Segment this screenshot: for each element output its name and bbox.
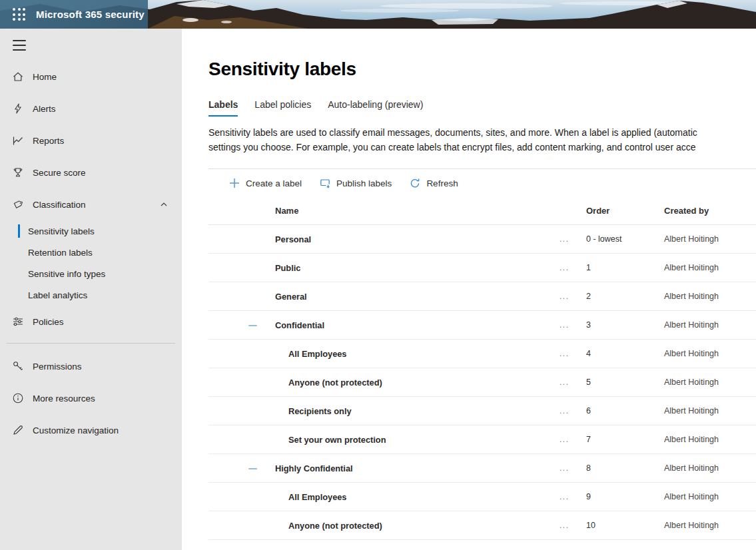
column-header-created-by[interactable]: Created by (664, 206, 709, 216)
order-cell: 0 - lowest (586, 234, 622, 244)
column-header-name[interactable]: Name (275, 206, 298, 216)
sidebar-item-label: Classification (33, 200, 86, 210)
label-name-cell: Public (275, 263, 300, 273)
created-by-cell: Albert Hoitingh (664, 435, 719, 444)
label-name-cell: Personal (275, 234, 311, 244)
table-row[interactable]: Set your own protection ... 7 Albert Hoi… (208, 425, 756, 454)
policies-icon (12, 316, 24, 328)
order-cell: 5 (586, 378, 591, 387)
tab-strip: Labels Label policies Auto-labeling (pre… (208, 99, 756, 117)
created-by-cell: Albert Hoitingh (664, 292, 719, 301)
more-options-icon[interactable]: ... (560, 292, 569, 301)
sidebar-item-alerts[interactable]: Alerts (0, 93, 182, 125)
sidebar-item-label: Sensitivity labels (28, 226, 95, 236)
created-by-cell: Albert Hoitingh (664, 463, 719, 473)
sidebar-item-policies[interactable]: Policies (0, 306, 182, 338)
secure-score-icon (12, 166, 24, 178)
label-name-cell: Set your own protection (288, 435, 386, 445)
order-cell: 6 (586, 406, 591, 415)
labels-table: Name Order Created by Personal ... 0 - l… (208, 197, 756, 540)
label-name-cell: General (275, 292, 307, 302)
more-options-icon[interactable]: ... (560, 406, 569, 415)
table-row[interactable]: Anyone (not protected) ... 10 Albert Hoi… (208, 511, 756, 540)
table-body: Personal ... 0 - lowest Albert Hoitingh … (208, 225, 756, 540)
reports-icon (12, 135, 24, 146)
plus-icon (229, 178, 240, 188)
label-name-cell: Anyone (not protected) (288, 378, 382, 388)
pencil-icon (12, 424, 24, 436)
sidebar-item-label: Home (33, 72, 57, 82)
sidebar-item-label: Policies (33, 317, 64, 327)
sidebar-item-label: Customize navigation (33, 425, 119, 435)
more-options-icon[interactable]: ... (560, 320, 569, 330)
create-a-label-button[interactable]: Create a label (229, 178, 302, 188)
alerts-icon (12, 103, 24, 115)
command-label: Create a label (246, 178, 302, 188)
sidebar-item-more-resources[interactable]: More resources (0, 382, 182, 414)
table-row[interactable]: All Employees ... 4 Albert Hoitingh (208, 340, 756, 368)
sidebar-item-secure-score[interactable]: Secure score (0, 156, 182, 188)
more-options-icon[interactable]: ... (560, 263, 569, 272)
label-name-cell: Highly Confidential (275, 463, 353, 473)
sidebar-item-sensitivity-labels[interactable]: Sensitivity labels (0, 220, 182, 242)
tab-auto-labeling[interactable]: Auto-labeling (preview) (328, 99, 423, 117)
table-row[interactable]: All Employees ... 9 Albert Hoitingh (208, 483, 756, 511)
table-row[interactable]: Highly Confidential ... 8 Albert Hoiting… (208, 454, 756, 483)
label-name-cell: Recipients only (288, 406, 352, 416)
table-row[interactable]: General ... 2 Albert Hoitingh (208, 282, 756, 311)
page-description: Sensitivity labels are used to classify … (208, 126, 756, 154)
sidebar-item-retention-labels[interactable]: Retention labels (0, 242, 182, 263)
collapse-toggle-icon[interactable] (248, 468, 257, 469)
more-options-icon[interactable]: ... (560, 521, 569, 530)
sidebar-item-home[interactable]: Home (0, 61, 182, 93)
sidebar-item-label: Permissions (33, 362, 82, 372)
order-cell: 4 (586, 349, 591, 358)
tab-label-policies[interactable]: Label policies (254, 99, 311, 117)
publish-labels-button[interactable]: Publish labels (320, 178, 392, 188)
more-options-icon[interactable]: ... (560, 435, 569, 444)
sidebar-item-customize-navigation[interactable]: Customize navigation (0, 414, 182, 446)
more-options-icon[interactable]: ... (560, 492, 569, 501)
command-label: Publish labels (336, 178, 392, 188)
label-name-cell: Anyone (not protected) (288, 521, 382, 531)
chevron-up-icon[interactable] (159, 200, 169, 209)
created-by-cell: Albert Hoitingh (664, 406, 719, 415)
sidebar-item-classification[interactable]: Classification (0, 188, 182, 220)
created-by-cell: Albert Hoitingh (664, 320, 719, 330)
sidebar-divider (7, 343, 175, 344)
order-cell: 8 (586, 463, 591, 473)
tab-labels[interactable]: Labels (208, 99, 238, 117)
app-launcher-icon[interactable] (13, 8, 25, 21)
more-options-icon[interactable]: ... (560, 234, 569, 244)
sidebar-item-label: Reports (33, 136, 64, 146)
table-row[interactable]: Confidential ... 3 Albert Hoitingh (208, 311, 756, 340)
sidebar-item-sensitive-info-types[interactable]: Sensitive info types (0, 263, 182, 284)
more-options-icon[interactable]: ... (560, 349, 569, 358)
more-options-icon[interactable]: ... (560, 463, 569, 473)
sidebar-item-permissions[interactable]: Permissions (0, 350, 182, 382)
table-row[interactable]: Personal ... 0 - lowest Albert Hoitingh (208, 225, 756, 254)
brand-bar: Microsoft 365 security (0, 0, 148, 29)
sidebar-item-label: Sensitive info types (28, 269, 105, 279)
refresh-icon (410, 178, 420, 188)
order-cell: 10 (586, 521, 595, 530)
collapse-toggle-icon[interactable] (248, 325, 257, 326)
description-line-1: Sensitivity labels are used to classify … (208, 126, 756, 140)
table-row[interactable]: Public ... 1 Albert Hoitingh (208, 254, 756, 282)
table-row[interactable]: Anyone (not protected) ... 5 Albert Hoit… (208, 368, 756, 397)
hamburger-menu-icon[interactable] (0, 30, 182, 61)
created-by-cell: Albert Hoitingh (664, 263, 719, 272)
sidebar-item-label: Label analytics (28, 290, 87, 300)
table-row[interactable]: Recipients only ... 6 Albert Hoitingh (208, 397, 756, 425)
main-content: Sensitivity labels Labels Label policies… (182, 29, 756, 550)
sidebar-item-reports[interactable]: Reports (0, 125, 182, 156)
label-name-cell: All Employees (288, 349, 346, 359)
refresh-button[interactable]: Refresh (410, 178, 458, 188)
column-header-order[interactable]: Order (586, 206, 609, 216)
more-options-icon[interactable]: ... (560, 378, 569, 387)
command-label: Refresh (426, 178, 458, 188)
home-icon (12, 71, 24, 83)
order-cell: 9 (586, 492, 591, 501)
sidebar-item-label-analytics[interactable]: Label analytics (0, 284, 182, 306)
table-header-row: Name Order Created by (208, 197, 756, 225)
